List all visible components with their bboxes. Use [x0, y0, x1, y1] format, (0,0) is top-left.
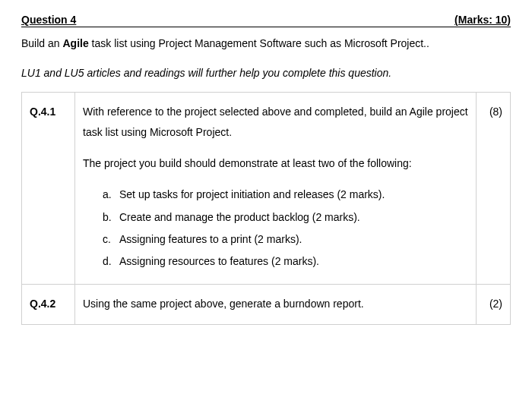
list-label: b. [103, 206, 112, 228]
subquestion-number: Q.4.1 [22, 93, 75, 284]
subquestion-marks: (2) [477, 284, 511, 325]
question-intro: Build an Agile task list using Project M… [21, 35, 511, 52]
question-total-marks: (Marks: 10) [454, 14, 511, 26]
list-label: a. [103, 184, 112, 206]
intro-bold: Agile [62, 37, 88, 49]
q41-paragraph-2: The project you build should demonstrate… [83, 153, 468, 174]
subquestion-number: Q.4.2 [22, 284, 75, 325]
intro-post: task list using Project Management Softw… [89, 37, 429, 49]
q41-paragraph-1: With reference to the project selected a… [83, 102, 468, 142]
question-number-title: Question 4 [21, 14, 76, 26]
list-text: Create and manage the product backlog (2… [119, 211, 360, 223]
subquestion-table: Q.4.1 With reference to the project sele… [21, 92, 511, 325]
q42-paragraph-1: Using the same project above, generate a… [83, 294, 468, 314]
question-header: Question 4 (Marks: 10) [21, 14, 511, 27]
table-row: Q.4.2 Using the same project above, gene… [22, 284, 511, 325]
subquestion-body: With reference to the project selected a… [75, 93, 477, 284]
list-text: Assigning features to a print (2 marks). [119, 233, 302, 245]
list-text: Assigning resources to features (2 marks… [119, 255, 319, 267]
list-text: Set up tasks for project initiation and … [119, 188, 385, 200]
list-item: b.Create and manage the product backlog … [103, 206, 468, 228]
q41-list: a.Set up tasks for project initiation an… [83, 184, 468, 273]
subquestion-body: Using the same project above, generate a… [75, 284, 477, 325]
list-item: c.Assigning features to a print (2 marks… [103, 228, 468, 250]
list-label: d. [103, 250, 112, 273]
intro-pre: Build an [21, 37, 62, 49]
list-item: d.Assigning resources to features (2 mar… [103, 250, 468, 273]
list-item: a.Set up tasks for project initiation an… [103, 184, 468, 206]
table-row: Q.4.1 With reference to the project sele… [22, 93, 511, 284]
subquestion-marks: (8) [477, 93, 511, 284]
list-label: c. [103, 228, 111, 250]
question-hint: LU1 and LU5 articles and readings will f… [21, 65, 511, 81]
